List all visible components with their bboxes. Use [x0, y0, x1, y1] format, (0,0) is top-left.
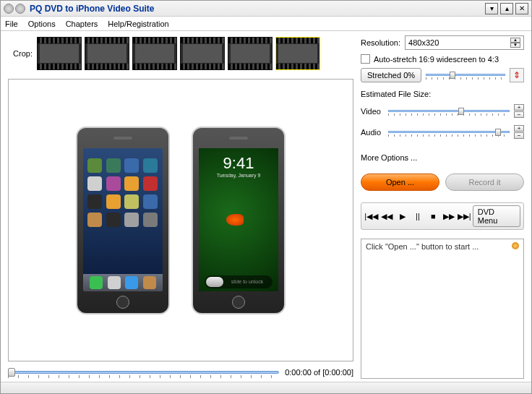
crop-thumb[interactable] [132, 37, 177, 70]
stretched-button[interactable]: Stretched 0% [361, 68, 421, 82]
menu-chapters[interactable]: Chapters [66, 20, 98, 28]
audio-label: Audio [361, 128, 384, 137]
rewind-button[interactable]: ◀◀ [379, 210, 393, 223]
audio-slider[interactable] [388, 127, 510, 137]
dock-icon [90, 276, 103, 289]
titlebar: PQ DVD to iPhone Video Suite ▾ ▴ ✕ [1, 1, 531, 17]
seek-row: 0:00:00 of [0:00:00] [8, 366, 353, 379]
app-grid [87, 158, 158, 227]
resolution-select[interactable]: 480x320 ▲▼ [405, 35, 524, 50]
resolution-row: Resolution: 480x320 ▲▼ [361, 35, 524, 50]
video-stepper[interactable]: + − [514, 104, 524, 118]
stretch-slider[interactable] [426, 70, 505, 80]
video-slider[interactable] [388, 106, 510, 116]
iphone-home [76, 127, 170, 314]
home-button-icon [232, 296, 245, 309]
open-button[interactable]: Open ... [361, 174, 439, 191]
window-title: PQ DVD to iPhone Video Suite [30, 4, 485, 14]
log-box: Click "Open ..." button to start ... [361, 239, 524, 379]
pause-button[interactable]: || [411, 210, 424, 223]
estimated-group: Estimated File Size: Video + − Audio [361, 90, 524, 146]
autostretch-label: Auto-stretch 16:9 widescreen to 4:3 [374, 55, 499, 64]
app-icon [15, 4, 25, 14]
minimize-button[interactable]: ▾ [485, 3, 498, 14]
app-icon [87, 213, 102, 227]
log-hint: Click "Open ..." button to start ... [366, 242, 519, 251]
app-icon [143, 158, 158, 173]
dock [83, 274, 163, 291]
stretch-row: Stretched 0% ⇕ [361, 68, 524, 82]
resolution-label: Resolution: [361, 38, 400, 47]
video-row: Video + − [361, 104, 524, 118]
earpiece [229, 137, 248, 140]
close-button[interactable]: ✕ [515, 3, 528, 14]
dock-icon [108, 276, 121, 289]
record-button[interactable]: Record it [445, 174, 524, 191]
app-icon [143, 194, 158, 209]
audio-plus[interactable]: + [514, 125, 524, 132]
video-plus[interactable]: + [514, 104, 524, 111]
lock-date: Tuesday, January 9 [199, 173, 278, 178]
statusbar [1, 382, 531, 393]
menu-help[interactable]: Help/Registration [108, 20, 168, 28]
app-icon [124, 213, 139, 227]
autostretch-checkbox[interactable] [361, 54, 370, 64]
home-button-icon [116, 296, 129, 309]
app-icon [87, 158, 102, 173]
resolution-value: 480x320 [408, 38, 439, 47]
crop-thumb[interactable] [180, 37, 225, 70]
ffwd-button[interactable]: ▶▶ [442, 210, 455, 223]
lockscreen: 9:41 Tuesday, January 9 slide to unlock [199, 148, 278, 291]
skip-start-button[interactable]: |◀◀ [364, 210, 378, 223]
autostretch-row: Auto-stretch 16:9 widescreen to 4:3 [361, 54, 524, 64]
app-icon [106, 158, 121, 173]
slide-knob [206, 277, 223, 287]
audio-minus[interactable]: − [514, 132, 524, 139]
slide-to-unlock: slide to unlock [205, 275, 273, 288]
app-icon [106, 213, 121, 227]
play-button[interactable]: ▶ [395, 210, 409, 223]
menu-options[interactable]: Options [28, 20, 56, 28]
audio-stepper[interactable]: + − [514, 125, 524, 139]
lock-time: 9:41 [199, 154, 278, 173]
dock-icon [125, 276, 138, 289]
resolution-spinner[interactable]: ▲▼ [510, 38, 520, 48]
skip-end-button[interactable]: ▶▶| [457, 210, 471, 223]
crop-thumb[interactable] [37, 37, 82, 70]
crop-thumb[interactable] [85, 37, 129, 70]
dock-icon [143, 276, 156, 289]
menu-file[interactable]: File [5, 20, 18, 28]
phone-screen [83, 148, 163, 291]
earpiece [113, 137, 132, 140]
menubar: File Options Chapters Help/Registration [1, 17, 531, 31]
maximize-button[interactable]: ▴ [500, 3, 513, 14]
clownfish-icon [226, 214, 244, 226]
right-column: Resolution: 480x320 ▲▼ Auto-stretch 16:9… [361, 35, 524, 379]
reset-stretch-icon[interactable]: ⇕ [510, 68, 524, 82]
phone-screen: 9:41 Tuesday, January 9 slide to unlock [199, 148, 278, 291]
springboard [83, 148, 163, 291]
app-icons [4, 4, 25, 14]
app-icon [124, 176, 139, 191]
video-minus[interactable]: − [514, 111, 524, 118]
status-dot-icon [512, 242, 519, 249]
stop-button[interactable]: ■ [426, 210, 440, 223]
estimated-title: Estimated File Size: [361, 90, 524, 98]
app-icon [106, 176, 121, 191]
left-column: Crop: [8, 35, 353, 379]
more-options-link[interactable]: More Options ... [361, 153, 524, 162]
dvd-menu-button[interactable]: DVD Menu [473, 205, 520, 227]
video-label: Video [361, 107, 384, 116]
app-icon [106, 194, 121, 209]
app-icon [4, 4, 14, 14]
app-icon [124, 158, 139, 173]
crop-thumb-selected[interactable] [275, 37, 320, 70]
app-icon [124, 194, 139, 209]
app-icon [143, 213, 158, 227]
crop-row: Crop: [8, 35, 353, 72]
window-buttons: ▾ ▴ ✕ [485, 3, 528, 14]
audio-row: Audio + − [361, 125, 524, 139]
crop-thumb[interactable] [228, 37, 273, 70]
slide-text: slide to unlock [223, 279, 271, 284]
seek-slider[interactable] [8, 367, 279, 377]
